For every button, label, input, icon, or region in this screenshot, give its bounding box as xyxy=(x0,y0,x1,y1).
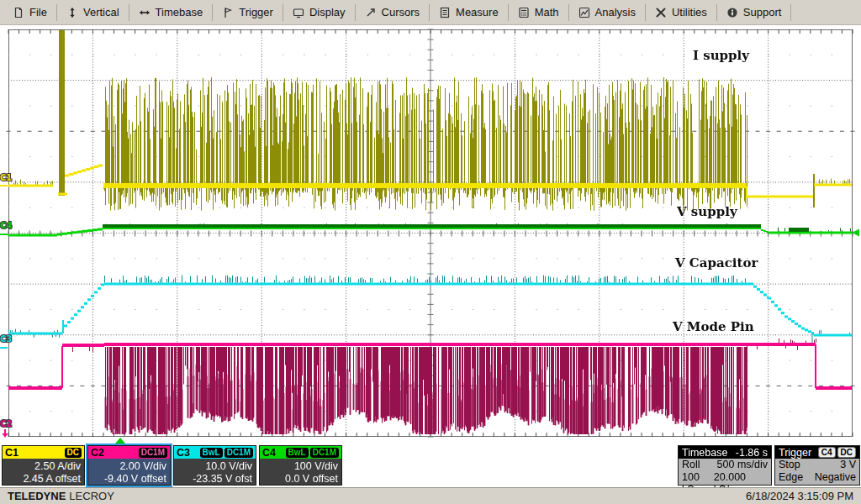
line-chart-icon xyxy=(578,7,590,18)
channel-offset: 0.0 V offset xyxy=(263,473,338,486)
horizontal-arrows-icon xyxy=(139,7,151,18)
trigger-mode: Stop xyxy=(779,459,800,471)
channel-box-c3[interactable]: C3 BwLDC1M 10.0 V/div -23.35 V ofst xyxy=(173,445,256,486)
menu-bar: File Vertical Timebase Trigger Display C… xyxy=(0,0,861,25)
channel-id: C3 xyxy=(177,447,190,459)
coupling-badge: DC xyxy=(65,448,82,458)
timebase-offset: -1.86 s xyxy=(736,447,768,459)
status-bar: TELEDYNELECROY 6/18/2024 3:15:09 PM xyxy=(0,487,861,504)
waveform-grid[interactable] xyxy=(8,29,853,437)
menu-timebase-label: Timebase xyxy=(156,6,203,18)
bandwidth-limit-badge: BwL xyxy=(200,448,223,458)
menu-trigger-label: Trigger xyxy=(239,6,273,18)
menu-file-label: File xyxy=(29,6,47,18)
menu-measure-label: Measure xyxy=(456,6,499,18)
channel-scale: 2.00 V/div xyxy=(92,460,166,473)
timebase-box[interactable]: Timebase -1.86 s Roll 500 ms/div 100 kS … xyxy=(678,445,772,486)
menu-math-label: Math xyxy=(535,6,559,18)
channel-offset: 2.45 A offset xyxy=(6,473,81,486)
trace-label-v-supply: V supply xyxy=(677,204,737,219)
trace-label-i-supply: I supply xyxy=(693,48,749,63)
menu-timebase[interactable]: Timebase xyxy=(129,0,213,25)
brand-primary: TELEDYNE xyxy=(8,490,66,502)
flag-icon xyxy=(222,7,234,18)
channel-box-c1[interactable]: C1 DC 2.50 A/div 2.45 A offset xyxy=(2,445,85,486)
trigger-level: 3 V xyxy=(840,459,856,471)
trigger-coupling-badge: DC xyxy=(837,447,856,458)
info-circle-icon xyxy=(726,7,738,18)
document-lines-icon xyxy=(439,7,451,18)
channel-box-c2[interactable]: C2 DC1M 2.00 V/div -9.40 V offset xyxy=(87,445,171,486)
menu-trigger[interactable]: Trigger xyxy=(213,0,283,25)
file-icon xyxy=(13,7,24,18)
coupling-badge: DC1M xyxy=(310,448,339,458)
menu-cursors-label: Cursors xyxy=(382,6,420,18)
trigger-box[interactable]: Trigger C4DC Stop 3 V Edge Negative xyxy=(774,445,860,486)
menu-math[interactable]: Math xyxy=(509,0,568,25)
calculator-icon xyxy=(518,7,530,18)
menu-utilities-label: Utilities xyxy=(672,6,707,18)
channel-scale: 2.50 A/div xyxy=(6,460,81,473)
monitor-icon xyxy=(293,7,304,18)
trigger-source-badge: C4 xyxy=(818,447,836,458)
datetime: 6/18/2024 3:15:09 PM xyxy=(746,490,853,502)
trace-label-v-capacitor: V Capacitor xyxy=(675,255,758,270)
trigger-slope: Negative xyxy=(815,471,856,484)
menu-support[interactable]: Support xyxy=(717,0,791,25)
menu-measure[interactable]: Measure xyxy=(430,0,508,25)
channel-scale: 100 V/div xyxy=(263,460,338,473)
channel-box-c4[interactable]: C4 BwLDC1M 100 V/div 0.0 V offset xyxy=(259,445,342,486)
brand-logo: TELEDYNELECROY xyxy=(8,490,114,502)
cursor-arrow-icon xyxy=(365,7,377,18)
menu-utilities[interactable]: Utilities xyxy=(646,0,716,25)
menu-cursors[interactable]: Cursors xyxy=(356,0,430,25)
menu-display-label: Display xyxy=(309,6,346,18)
menu-file[interactable]: File xyxy=(3,0,56,25)
channel-id: C4 xyxy=(262,447,276,459)
trigger-type: Edge xyxy=(779,471,803,484)
trace-label-v-mode-pin: V Mode Pin xyxy=(673,319,754,334)
menu-display[interactable]: Display xyxy=(283,0,355,25)
channel-id: C1 xyxy=(5,447,18,459)
menu-support-label: Support xyxy=(743,6,782,18)
channel-offset: -23.35 V ofst xyxy=(177,473,252,486)
trigger-title: Trigger xyxy=(779,447,811,459)
coupling-badge: DC1M xyxy=(224,448,253,458)
vertical-arrows-icon xyxy=(66,7,78,18)
menu-vertical-label: Vertical xyxy=(83,6,119,18)
menu-analysis-label: Analysis xyxy=(595,6,636,18)
channel-offset: -9.40 V offset xyxy=(92,473,166,486)
menu-analysis[interactable]: Analysis xyxy=(569,0,645,25)
brand-secondary: LECROY xyxy=(69,490,114,502)
bandwidth-limit-badge: BwL xyxy=(286,448,309,458)
timebase-scale: 500 ms/div xyxy=(717,459,768,471)
timebase-mode: Roll xyxy=(682,459,700,471)
menu-separator xyxy=(790,4,791,21)
menu-vertical[interactable]: Vertical xyxy=(57,0,129,25)
channel-id: C2 xyxy=(91,447,104,459)
coupling-badge: DC1M xyxy=(139,448,167,458)
crossed-tools-icon xyxy=(655,7,667,18)
channel-scale: 10.0 V/div xyxy=(177,460,252,473)
timebase-title: Timebase xyxy=(682,447,727,459)
